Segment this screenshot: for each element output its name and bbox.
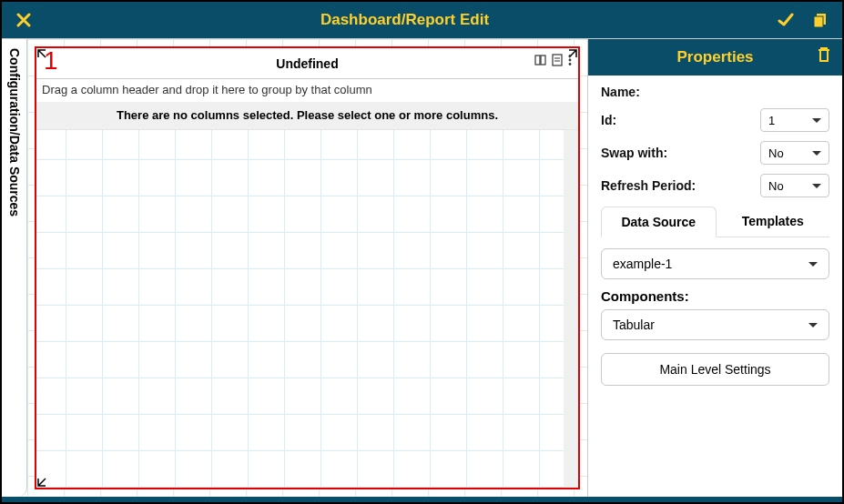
widget-index: 1 [44, 46, 58, 76]
label-swap: Swap with: [601, 146, 667, 160]
widget-title: Undefined [276, 56, 338, 71]
id-select[interactable]: 1 [760, 108, 829, 132]
component-value: Tabular [613, 318, 655, 332]
tab-data-source[interactable]: Data Source [601, 207, 717, 237]
main-level-settings-button[interactable]: Main Level Settings [601, 353, 829, 386]
label-id: Id: [601, 113, 616, 127]
export-icon[interactable] [551, 54, 564, 69]
trash-icon[interactable] [817, 46, 831, 67]
svg-rect-1 [814, 16, 823, 27]
empty-columns-msg: There are no columns selected. Please se… [36, 103, 578, 130]
swap-select[interactable]: No [760, 141, 829, 165]
canvas-grid[interactable]: 1 Undefined Drag a column he [27, 39, 587, 497]
chevron-down-icon [808, 323, 818, 328]
copy-icon[interactable] [809, 9, 831, 31]
properties-title: Properties [676, 48, 753, 66]
chevron-down-icon [812, 151, 821, 156]
close-icon[interactable] [13, 9, 35, 31]
page-title: Dashboard/Report Edit [35, 11, 775, 29]
svg-rect-3 [541, 55, 545, 65]
svg-rect-2 [535, 55, 540, 65]
label-components: Components: [601, 288, 829, 304]
chevron-down-icon [812, 118, 821, 123]
more-icon[interactable] [567, 54, 573, 69]
chevron-down-icon [808, 262, 818, 267]
side-tab-config[interactable]: Configuration/Data Sources [7, 39, 22, 226]
svg-point-7 [569, 55, 572, 57]
component-select[interactable]: Tabular [601, 309, 829, 340]
properties-panel: Properties Name: Id: 1 Swap with: [587, 39, 842, 497]
confirm-icon[interactable] [775, 9, 797, 31]
layout-icon[interactable] [534, 54, 547, 69]
footer-border [2, 497, 842, 502]
widget-body [36, 130, 578, 488]
refresh-value: No [768, 179, 784, 193]
chevron-down-icon [812, 184, 821, 188]
widget-panel[interactable]: 1 Undefined Drag a column he [35, 46, 580, 489]
tab-templates[interactable]: Templates [717, 207, 830, 237]
group-by-drop-area[interactable]: Drag a column header and drop it here to… [36, 79, 578, 103]
data-source-select[interactable]: example-1 [601, 248, 829, 279]
svg-rect-4 [553, 55, 562, 66]
swap-value: No [768, 146, 784, 160]
svg-point-8 [569, 59, 572, 62]
label-name: Name: [601, 85, 640, 99]
data-source-value: example-1 [613, 257, 672, 271]
svg-point-9 [569, 63, 572, 66]
id-value: 1 [768, 114, 775, 127]
scrollbar[interactable] [564, 130, 578, 488]
refresh-select[interactable]: No [760, 174, 829, 197]
label-refresh: Refresh Period: [601, 178, 696, 193]
